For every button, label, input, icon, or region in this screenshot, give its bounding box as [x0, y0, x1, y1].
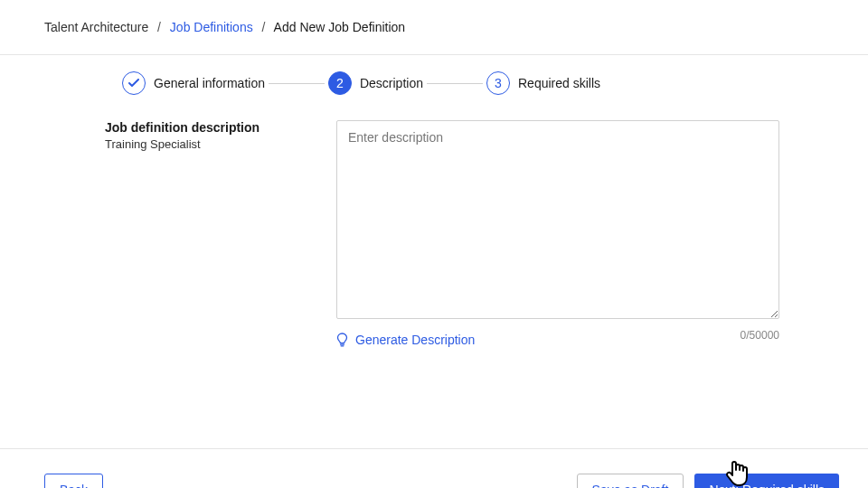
lightbulb-icon: [336, 333, 348, 347]
step-connector: [427, 83, 483, 84]
wizard-stepper: General information 2 Description 3 Requ…: [122, 71, 868, 95]
generate-description-label: Generate Description: [355, 333, 475, 347]
step-required-skills[interactable]: 3 Required skills: [486, 71, 600, 95]
breadcrumb-root[interactable]: Talent Architecture: [44, 20, 148, 34]
step-label: Description: [360, 76, 423, 90]
step-connector: [269, 83, 325, 84]
step-label: Required skills: [518, 76, 600, 90]
step-description[interactable]: 2 Description: [328, 71, 423, 95]
breadcrumb-separator: /: [157, 20, 161, 34]
step-number-icon: 2: [328, 71, 352, 95]
breadcrumb: Talent Architecture / Job Definitions / …: [0, 0, 868, 55]
section-title: Job definition description: [105, 120, 336, 135]
character-counter: 0/50000: [741, 329, 779, 342]
next-button[interactable]: Next: Required skills: [694, 474, 839, 488]
step-number-icon: 3: [486, 71, 510, 95]
check-icon: [122, 71, 146, 95]
back-button[interactable]: Back: [44, 474, 103, 488]
generate-description-button[interactable]: Generate Description: [336, 333, 475, 347]
section-subtitle: Training Specialist: [105, 137, 336, 151]
breadcrumb-current: Add New Job Definition: [274, 20, 406, 34]
description-textarea[interactable]: [336, 120, 779, 319]
step-general-information[interactable]: General information: [122, 71, 265, 95]
step-label: General information: [154, 76, 265, 90]
breadcrumb-separator: /: [262, 20, 266, 34]
breadcrumb-job-definitions[interactable]: Job Definitions: [170, 20, 253, 34]
save-draft-button[interactable]: Save as Draft: [577, 474, 684, 488]
wizard-footer: Back Save as Draft Next: Required skills: [0, 448, 868, 488]
